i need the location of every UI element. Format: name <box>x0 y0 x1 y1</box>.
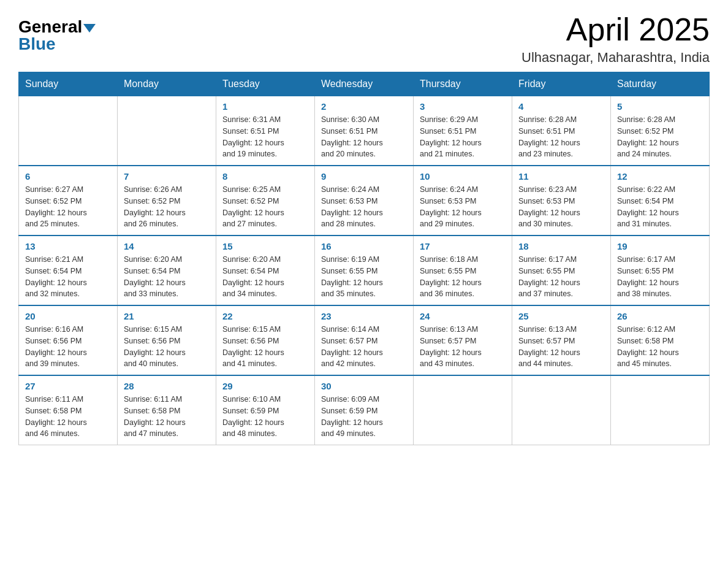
weekday-header-row: SundayMondayTuesdayWednesdayThursdayFrid… <box>19 72 710 96</box>
day-number: 1 <box>222 101 308 112</box>
day-number: 16 <box>321 241 407 251</box>
day-info: Sunrise: 6:16 AM Sunset: 6:56 PM Dayligh… <box>25 324 111 370</box>
weekday-header-saturday: Saturday <box>611 72 710 96</box>
calendar-cell: 24Sunrise: 6:13 AM Sunset: 6:57 PM Dayli… <box>414 305 512 375</box>
day-number: 2 <box>321 101 407 112</box>
day-info: Sunrise: 6:28 AM Sunset: 6:51 PM Dayligh… <box>518 114 604 160</box>
logo-blue-text: Blue <box>18 34 56 54</box>
day-info: Sunrise: 6:30 AM Sunset: 6:51 PM Dayligh… <box>321 114 407 160</box>
day-info: Sunrise: 6:28 AM Sunset: 6:52 PM Dayligh… <box>617 114 703 160</box>
day-info: Sunrise: 6:11 AM Sunset: 6:58 PM Dayligh… <box>25 394 111 440</box>
day-number: 29 <box>222 381 308 391</box>
weekday-header-sunday: Sunday <box>19 72 118 96</box>
day-info: Sunrise: 6:27 AM Sunset: 6:52 PM Dayligh… <box>25 184 111 230</box>
calendar-cell: 16Sunrise: 6:19 AM Sunset: 6:55 PM Dayli… <box>315 236 414 305</box>
week-row-3: 13Sunrise: 6:21 AM Sunset: 6:54 PM Dayli… <box>19 236 710 305</box>
calendar-cell: 28Sunrise: 6:11 AM Sunset: 6:58 PM Dayli… <box>118 375 216 445</box>
logo-arrow-icon <box>83 24 96 33</box>
month-title: April 2025 <box>521 12 710 47</box>
day-info: Sunrise: 6:10 AM Sunset: 6:59 PM Dayligh… <box>222 394 308 440</box>
week-row-5: 27Sunrise: 6:11 AM Sunset: 6:58 PM Dayli… <box>19 375 710 445</box>
weekday-header-friday: Friday <box>512 72 611 96</box>
calendar-cell: 10Sunrise: 6:24 AM Sunset: 6:53 PM Dayli… <box>414 166 512 236</box>
day-number: 23 <box>321 311 407 321</box>
calendar-cell: 4Sunrise: 6:28 AM Sunset: 6:51 PM Daylig… <box>512 96 611 166</box>
calendar-table: SundayMondayTuesdayWednesdayThursdayFrid… <box>18 72 710 445</box>
calendar-cell: 13Sunrise: 6:21 AM Sunset: 6:54 PM Dayli… <box>19 236 118 305</box>
day-info: Sunrise: 6:11 AM Sunset: 6:58 PM Dayligh… <box>124 394 210 440</box>
calendar-cell: 5Sunrise: 6:28 AM Sunset: 6:52 PM Daylig… <box>611 96 710 166</box>
week-row-1: 1Sunrise: 6:31 AM Sunset: 6:51 PM Daylig… <box>19 96 710 166</box>
day-number: 3 <box>420 101 506 112</box>
day-number: 18 <box>518 241 604 251</box>
weekday-header-thursday: Thursday <box>414 72 512 96</box>
calendar-cell <box>611 375 710 445</box>
day-info: Sunrise: 6:14 AM Sunset: 6:57 PM Dayligh… <box>321 324 407 370</box>
calendar-cell: 25Sunrise: 6:13 AM Sunset: 6:57 PM Dayli… <box>512 305 611 375</box>
day-number: 30 <box>321 381 407 391</box>
page-header: General Blue April 2025 Ulhasnagar, Maha… <box>18 12 710 66</box>
day-info: Sunrise: 6:22 AM Sunset: 6:54 PM Dayligh… <box>617 184 703 230</box>
day-number: 17 <box>420 241 506 251</box>
day-number: 14 <box>124 241 210 251</box>
calendar-cell: 11Sunrise: 6:23 AM Sunset: 6:53 PM Dayli… <box>512 166 611 236</box>
calendar-cell: 20Sunrise: 6:16 AM Sunset: 6:56 PM Dayli… <box>19 305 118 375</box>
week-row-2: 6Sunrise: 6:27 AM Sunset: 6:52 PM Daylig… <box>19 166 710 236</box>
calendar-cell <box>19 96 118 166</box>
calendar-cell: 2Sunrise: 6:30 AM Sunset: 6:51 PM Daylig… <box>315 96 414 166</box>
calendar-cell: 14Sunrise: 6:20 AM Sunset: 6:54 PM Dayli… <box>118 236 216 305</box>
calendar-cell: 15Sunrise: 6:20 AM Sunset: 6:54 PM Dayli… <box>216 236 315 305</box>
day-info: Sunrise: 6:12 AM Sunset: 6:58 PM Dayligh… <box>617 324 703 370</box>
day-number: 19 <box>617 241 703 251</box>
day-info: Sunrise: 6:19 AM Sunset: 6:55 PM Dayligh… <box>321 254 407 300</box>
day-number: 15 <box>222 241 308 251</box>
day-info: Sunrise: 6:24 AM Sunset: 6:53 PM Dayligh… <box>321 184 407 230</box>
calendar-cell: 23Sunrise: 6:14 AM Sunset: 6:57 PM Dayli… <box>315 305 414 375</box>
calendar-cell: 3Sunrise: 6:29 AM Sunset: 6:51 PM Daylig… <box>414 96 512 166</box>
day-info: Sunrise: 6:24 AM Sunset: 6:53 PM Dayligh… <box>420 184 506 230</box>
week-row-4: 20Sunrise: 6:16 AM Sunset: 6:56 PM Dayli… <box>19 305 710 375</box>
day-number: 22 <box>222 311 308 321</box>
calendar-cell: 12Sunrise: 6:22 AM Sunset: 6:54 PM Dayli… <box>611 166 710 236</box>
day-number: 9 <box>321 171 407 182</box>
day-info: Sunrise: 6:15 AM Sunset: 6:56 PM Dayligh… <box>124 324 210 370</box>
day-info: Sunrise: 6:17 AM Sunset: 6:55 PM Dayligh… <box>518 254 604 300</box>
calendar-cell: 27Sunrise: 6:11 AM Sunset: 6:58 PM Dayli… <box>19 375 118 445</box>
day-info: Sunrise: 6:26 AM Sunset: 6:52 PM Dayligh… <box>124 184 210 230</box>
day-info: Sunrise: 6:23 AM Sunset: 6:53 PM Dayligh… <box>518 184 604 230</box>
calendar-cell: 18Sunrise: 6:17 AM Sunset: 6:55 PM Dayli… <box>512 236 611 305</box>
calendar-cell <box>118 96 216 166</box>
calendar-cell: 1Sunrise: 6:31 AM Sunset: 6:51 PM Daylig… <box>216 96 315 166</box>
calendar-cell: 7Sunrise: 6:26 AM Sunset: 6:52 PM Daylig… <box>118 166 216 236</box>
day-number: 11 <box>518 171 604 182</box>
day-number: 13 <box>25 241 111 251</box>
calendar-cell: 17Sunrise: 6:18 AM Sunset: 6:55 PM Dayli… <box>414 236 512 305</box>
calendar-cell <box>512 375 611 445</box>
calendar-cell: 22Sunrise: 6:15 AM Sunset: 6:56 PM Dayli… <box>216 305 315 375</box>
day-info: Sunrise: 6:17 AM Sunset: 6:55 PM Dayligh… <box>617 254 703 300</box>
calendar-cell: 26Sunrise: 6:12 AM Sunset: 6:58 PM Dayli… <box>611 305 710 375</box>
location-title: Ulhasnagar, Maharashtra, India <box>521 50 710 66</box>
day-number: 20 <box>25 311 111 321</box>
weekday-header-wednesday: Wednesday <box>315 72 414 96</box>
calendar-cell: 8Sunrise: 6:25 AM Sunset: 6:52 PM Daylig… <box>216 166 315 236</box>
day-number: 28 <box>124 381 210 391</box>
day-info: Sunrise: 6:13 AM Sunset: 6:57 PM Dayligh… <box>518 324 604 370</box>
day-number: 6 <box>25 171 111 182</box>
day-info: Sunrise: 6:15 AM Sunset: 6:56 PM Dayligh… <box>222 324 308 370</box>
calendar-cell: 30Sunrise: 6:09 AM Sunset: 6:59 PM Dayli… <box>315 375 414 445</box>
day-info: Sunrise: 6:20 AM Sunset: 6:54 PM Dayligh… <box>124 254 210 300</box>
day-number: 27 <box>25 381 111 391</box>
day-info: Sunrise: 6:20 AM Sunset: 6:54 PM Dayligh… <box>222 254 308 300</box>
title-section: April 2025 Ulhasnagar, Maharashtra, Indi… <box>521 12 710 66</box>
calendar-cell <box>414 375 512 445</box>
day-number: 5 <box>617 101 703 112</box>
day-number: 25 <box>518 311 604 321</box>
day-info: Sunrise: 6:31 AM Sunset: 6:51 PM Dayligh… <box>222 114 308 160</box>
weekday-header-tuesday: Tuesday <box>216 72 315 96</box>
day-info: Sunrise: 6:18 AM Sunset: 6:55 PM Dayligh… <box>420 254 506 300</box>
day-info: Sunrise: 6:13 AM Sunset: 6:57 PM Dayligh… <box>420 324 506 370</box>
logo-general-text: General <box>18 18 82 36</box>
calendar-cell: 9Sunrise: 6:24 AM Sunset: 6:53 PM Daylig… <box>315 166 414 236</box>
weekday-header-monday: Monday <box>118 72 216 96</box>
